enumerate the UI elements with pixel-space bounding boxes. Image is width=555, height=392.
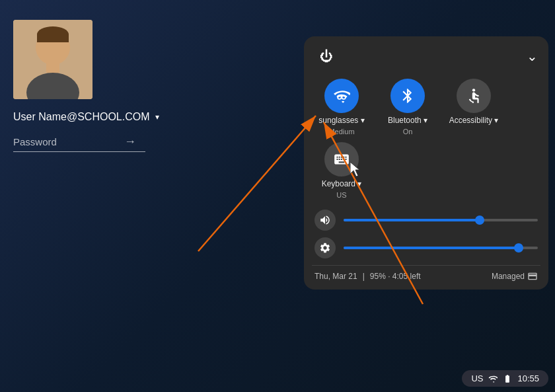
svg-line-12: [324, 122, 423, 304]
svg-line-11: [198, 116, 316, 251]
annotation-arrows: [0, 0, 555, 392]
